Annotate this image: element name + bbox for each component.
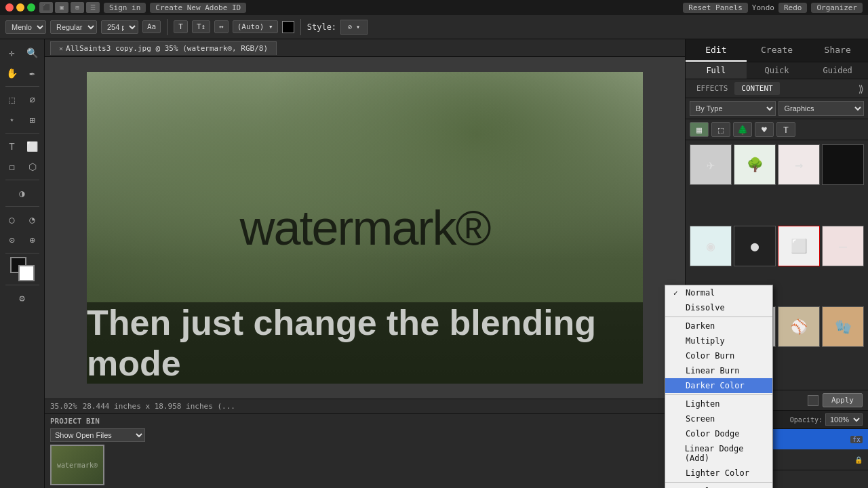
organizer-button[interactable]: Organizer bbox=[811, 3, 863, 13]
aa-button[interactable]: Aa bbox=[142, 20, 161, 33]
blend-color-dodge[interactable]: Color Dodge bbox=[665, 426, 772, 441]
graphic-item-4[interactable] bbox=[822, 144, 864, 185]
text-filter-icon[interactable]: T bbox=[776, 122, 795, 137]
tab-quick[interactable]: Quick bbox=[747, 62, 808, 79]
app-icon-2[interactable]: ▣ bbox=[55, 2, 68, 13]
close-btn[interactable] bbox=[5, 3, 14, 12]
reset-panels-button[interactable]: Reset Panels bbox=[683, 3, 747, 13]
blend-dissolve[interactable]: Dissolve bbox=[665, 300, 772, 315]
tool-divider-1 bbox=[5, 86, 39, 87]
blend-lighten[interactable]: Lighten bbox=[665, 396, 772, 411]
graphic-item-3[interactable]: → bbox=[778, 144, 820, 185]
blend-lighter-color[interactable]: Lighter Color bbox=[665, 466, 772, 481]
blend-screen[interactable]: Screen bbox=[665, 411, 772, 426]
left-toolbar: ✛ 🔍 ✋ ✒ ⬚ ⌀ ⋆ ⊞ T ⬜ ◻ ⬡ ◑ ○ ◔ bbox=[0, 39, 45, 488]
apply-button[interactable]: Apply bbox=[823, 393, 863, 407]
tab-share[interactable]: Share bbox=[807, 39, 868, 62]
shape-tool[interactable]: ⬡ bbox=[23, 157, 42, 176]
blend-overlay[interactable]: Overlay bbox=[665, 484, 772, 488]
move-tool[interactable]: ✛ bbox=[3, 43, 22, 62]
graphic-item-6[interactable]: ● bbox=[734, 226, 776, 266]
graphic-item-5[interactable]: ◉ bbox=[690, 226, 732, 266]
text-spacing-btn[interactable]: ↔ bbox=[214, 20, 229, 33]
text-align-btn[interactable]: T bbox=[174, 20, 188, 33]
blend-color-burn[interactable]: Color Burn bbox=[665, 348, 772, 363]
font-size-select[interactable]: 254 pt bbox=[101, 20, 138, 34]
all-filter-icon[interactable]: ▦ bbox=[690, 122, 709, 137]
tab-bar: ✕ AllSaints3 copy.jpg @ 35% (watermark®,… bbox=[45, 39, 685, 57]
tab-effects[interactable]: EFFECTS bbox=[690, 82, 734, 95]
tab-guided[interactable]: Guided bbox=[807, 62, 868, 79]
graphic-item-8[interactable]: — bbox=[822, 226, 864, 266]
overlay-caption-text: Then just change the blending mode bbox=[87, 302, 643, 384]
blend-darken[interactable]: Darken bbox=[665, 319, 772, 333]
lasso-tool[interactable]: ⌀ bbox=[23, 90, 42, 109]
hand-tool[interactable]: ✋ bbox=[3, 64, 22, 83]
type-tool[interactable]: T bbox=[3, 137, 22, 156]
blend-mode-dropdown[interactable]: ✓ Normal Dissolve Darken Multiply Color … bbox=[665, 285, 773, 488]
project-bin-select[interactable]: Show Open Files bbox=[50, 428, 145, 442]
frame-filter-icon[interactable]: ⬚ bbox=[711, 122, 730, 137]
dodge-tool[interactable]: ○ bbox=[3, 210, 22, 229]
app-icon-4[interactable]: ☰ bbox=[86, 2, 100, 13]
blend-multiply[interactable]: Multiply bbox=[665, 333, 772, 348]
graphic-item-11[interactable]: ⚾ bbox=[778, 306, 820, 347]
tab-edit[interactable]: Edit bbox=[686, 39, 747, 62]
heart-filter-icon[interactable]: ♥ bbox=[755, 122, 774, 137]
app-icon-1[interactable]: ⬛ bbox=[39, 2, 53, 13]
graphic-item-12[interactable]: 🧤 bbox=[822, 306, 864, 347]
bin-thumb-1[interactable]: watermark® bbox=[50, 445, 104, 485]
canvas-container[interactable]: watermark® Then just change the blending… bbox=[45, 57, 685, 399]
crop-tool[interactable]: ⊞ bbox=[23, 110, 42, 129]
panel-expand-icon[interactable]: ⟫ bbox=[859, 83, 864, 94]
minimize-btn[interactable] bbox=[16, 3, 24, 12]
font-family-select[interactable]: Menlo bbox=[5, 20, 46, 34]
document-tab[interactable]: ✕ AllSaints3 copy.jpg @ 35% (watermark®,… bbox=[50, 41, 277, 55]
brush-tool[interactable]: ⬜ bbox=[23, 137, 42, 156]
graphic-item-1[interactable]: ✈ bbox=[690, 144, 732, 185]
magic-wand-tool[interactable]: ⋆ bbox=[3, 110, 22, 129]
style-selector[interactable]: ⊘ ▾ bbox=[340, 20, 368, 35]
blend-linear-burn[interactable]: Linear Burn bbox=[665, 363, 772, 378]
graphics-select[interactable]: Graphics bbox=[778, 101, 865, 116]
tab-close-icon[interactable]: ✕ bbox=[59, 45, 63, 52]
stamp-tool[interactable]: ⊕ bbox=[23, 230, 42, 249]
blur-tool[interactable]: ◔ bbox=[23, 210, 42, 229]
color-row bbox=[10, 257, 35, 281]
color-swatch[interactable] bbox=[282, 21, 294, 33]
tree-filter-icon[interactable]: 🌲 bbox=[733, 122, 752, 137]
background-color[interactable] bbox=[18, 265, 35, 281]
create-id-button[interactable]: Create New Adobe ID bbox=[150, 3, 246, 13]
zoom-tool[interactable]: 🔍 bbox=[23, 43, 42, 62]
redo-button[interactable]: Redo bbox=[778, 3, 808, 13]
eraser-tool[interactable]: ◻ bbox=[3, 157, 22, 176]
settings-tool[interactable]: ⚙ bbox=[13, 289, 32, 308]
opacity-select[interactable]: 100% bbox=[825, 413, 863, 426]
tab-content[interactable]: CONTENT bbox=[734, 82, 779, 95]
text-auto-btn[interactable]: (Auto) ▾ bbox=[233, 20, 278, 33]
status-bar: 35.02% 28.444 inches x 18.958 inches (..… bbox=[45, 399, 685, 413]
smart-brush-tool[interactable]: ◑ bbox=[13, 184, 32, 203]
by-type-select[interactable]: By Type bbox=[690, 101, 776, 116]
tab-full[interactable]: Full bbox=[686, 62, 747, 79]
eyedropper-tool[interactable]: ✒ bbox=[23, 64, 42, 83]
marquee-tool[interactable]: ⬚ bbox=[3, 90, 22, 109]
blend-linear-dodge[interactable]: Linear Dodge (Add) bbox=[665, 441, 772, 466]
tab-create[interactable]: Create bbox=[747, 39, 808, 62]
blend-darker-color[interactable]: Darker Color bbox=[665, 378, 772, 393]
blend-lighten-label: Lighten bbox=[686, 399, 720, 409]
apply-check[interactable] bbox=[808, 395, 818, 406]
maximize-btn[interactable] bbox=[27, 3, 35, 12]
font-style-select[interactable]: Regular bbox=[50, 20, 97, 34]
top-bar: ⬛ ▣ ⊞ ☰ Sign in Create New Adobe ID Rese… bbox=[0, 0, 868, 15]
divider-1 bbox=[167, 19, 167, 35]
app-icon-3[interactable]: ⊞ bbox=[71, 2, 84, 13]
color-swatches[interactable] bbox=[10, 257, 35, 281]
blend-normal[interactable]: ✓ Normal bbox=[665, 285, 772, 300]
graphic-item-7[interactable]: ⬜ bbox=[778, 226, 820, 266]
tool-row-8: ⊙ ⊕ bbox=[3, 230, 42, 249]
text-size-btn[interactable]: T↕ bbox=[192, 20, 210, 33]
graphic-item-2[interactable]: 🌳 bbox=[734, 144, 776, 185]
sign-in-button[interactable]: Sign in bbox=[104, 3, 146, 13]
clone-tool[interactable]: ⊙ bbox=[3, 230, 22, 249]
